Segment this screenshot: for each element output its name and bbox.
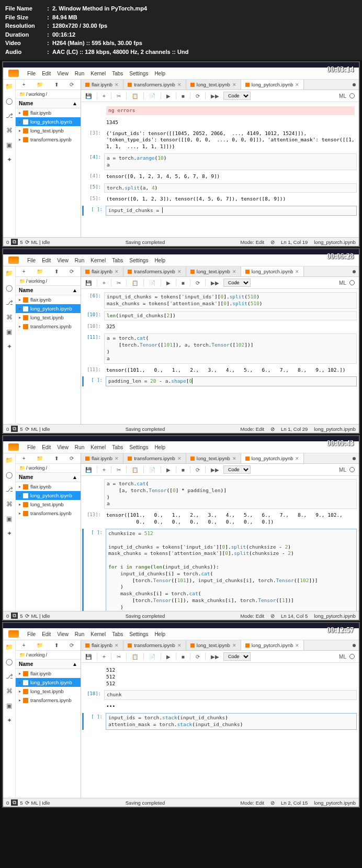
file-item-flair-ipynb[interactable]: ▸ flair.ipynb	[16, 482, 81, 491]
menu-file[interactable]: File	[27, 444, 36, 450]
cell[interactable]: [4]: a = torch.arange(10) a	[82, 153, 357, 170]
file-item-long_text-ipynb[interactable]: ▸ long_text.ipynb	[16, 500, 81, 509]
folder-icon[interactable]: 📁	[6, 83, 13, 90]
nb-tool-7[interactable]: ⟳	[196, 654, 200, 660]
cells-area[interactable]: ng errors 1345 [3]: {'input_ids': tensor…	[81, 102, 359, 241]
menu-file[interactable]: File	[27, 71, 36, 76]
cell[interactable]: [ ]: padding_len = 20 - a.shape[0	[82, 376, 357, 386]
cell[interactable]: [5]: torch.split(a, 4)	[82, 183, 357, 193]
menu-tabs[interactable]: Tabs	[112, 258, 123, 263]
git-icon[interactable]: ⎇	[6, 299, 13, 306]
nb-tool-5[interactable]: ▶	[166, 654, 171, 660]
nb-tool-4[interactable]: 📄	[149, 467, 155, 473]
menu-edit[interactable]: Edit	[42, 444, 51, 450]
file-toolbar-btn-2[interactable]: ⬆	[54, 269, 59, 274]
nb-tool-1[interactable]: +	[103, 654, 106, 660]
file-item-flair-ipynb[interactable]: ▸ flair.ipynb	[16, 295, 81, 304]
cell-body[interactable]: padding_len = 20 - a.shape[0	[106, 376, 357, 386]
folder-icon[interactable]: 📁	[6, 270, 13, 277]
running-icon[interactable]: ◯	[6, 471, 13, 478]
file-item-transformers-ipynb[interactable]: ▸ transformers.ipynb	[16, 135, 81, 144]
file-toolbar-btn-3[interactable]: ⟳	[70, 269, 74, 274]
nb-tool-2[interactable]: ✂	[117, 467, 121, 473]
cell-type-select[interactable]: Code	[223, 279, 251, 287]
tabs-icon[interactable]: ▣	[6, 141, 13, 149]
nb-tool-6[interactable]: ■	[182, 654, 185, 660]
terminal-icon[interactable]: ⧉	[11, 239, 18, 245]
nb-tool-7[interactable]: ⟳	[196, 467, 200, 473]
nb-tool-2[interactable]: ✂	[117, 93, 121, 99]
close-icon[interactable]: ✕	[232, 82, 236, 87]
close-icon[interactable]: ✕	[177, 82, 182, 87]
file-toolbar-btn-1[interactable]: 📁	[37, 82, 43, 87]
nb-tool-6[interactable]: ■	[182, 280, 185, 286]
cell[interactable]: [6]: input_id_chunks = tokens['input_ids…	[82, 292, 357, 309]
file-toolbar-btn-0[interactable]: +	[22, 455, 26, 461]
close-icon[interactable]: ✕	[115, 456, 119, 461]
file-item-flair-ipynb[interactable]: ▸ flair.ipynb	[16, 108, 81, 117]
nb-tool-4[interactable]: 📄	[149, 93, 155, 99]
tab-transformers-ipynb[interactable]: transformers.ipynb ✕	[123, 640, 186, 650]
close-icon[interactable]: ✕	[115, 643, 119, 648]
file-item-long_pytorch-ipynb[interactable]: ▸ long_pytorch.ipynb	[16, 491, 81, 500]
file-toolbar-btn-0[interactable]: +	[22, 82, 26, 87]
menu-view[interactable]: View	[57, 444, 69, 450]
file-name-header[interactable]: Name▲	[16, 660, 81, 669]
sb-sync-icon[interactable]: ⟳	[25, 800, 29, 806]
menu-edit[interactable]: Edit	[42, 258, 51, 263]
folder-icon[interactable]: 📁	[6, 457, 13, 464]
breadcrumb[interactable]: 📁/working/	[16, 90, 81, 99]
tab-long_text-ipynb[interactable]: long_text.ipynb ✕	[186, 80, 241, 90]
menu-run[interactable]: Run	[75, 631, 84, 637]
commands-icon[interactable]: ⌘	[6, 314, 13, 321]
git-icon[interactable]: ⎇	[6, 112, 13, 119]
cell-type-select[interactable]: Code	[223, 465, 251, 474]
nb-tool-0[interactable]: 💾	[85, 467, 92, 473]
cells-area[interactable]: 512 512 512 [18]: chunk •••	[81, 663, 359, 802]
terminal-icon[interactable]: ⧉	[11, 799, 18, 806]
menu-edit[interactable]: Edit	[42, 71, 51, 76]
cell[interactable]: [10]: len(input_id_chunks[2])	[82, 311, 357, 321]
file-name-header[interactable]: Name▲	[16, 99, 81, 108]
menu-run[interactable]: Run	[75, 71, 84, 76]
nb-tool-0[interactable]: 💾	[85, 280, 92, 286]
menu-help[interactable]: Help	[154, 444, 165, 450]
tab-flair-ipynb[interactable]: flair.ipynb ✕	[81, 453, 123, 463]
close-icon[interactable]: ✕	[115, 269, 119, 274]
file-toolbar-btn-3[interactable]: ⟳	[70, 642, 74, 648]
file-toolbar-btn-2[interactable]: ⬆	[54, 642, 59, 648]
git-icon[interactable]: ⎇	[6, 673, 13, 680]
nb-tool-5[interactable]: ▶	[166, 280, 171, 286]
file-toolbar-btn-0[interactable]: +	[22, 269, 26, 274]
running-icon[interactable]: ◯	[6, 658, 13, 665]
close-icon[interactable]: ✕	[232, 643, 236, 648]
menu-edit[interactable]: Edit	[42, 631, 51, 637]
close-icon[interactable]: ✕	[177, 643, 182, 648]
nb-tool-5[interactable]: ▶	[166, 467, 171, 473]
menu-help[interactable]: Help	[154, 71, 165, 76]
nb-tool-4[interactable]: 📄	[149, 280, 155, 286]
breadcrumb[interactable]: 📁/working/	[16, 464, 81, 473]
file-item-long_pytorch-ipynb[interactable]: ▸ long_pytorch.ipynb	[16, 117, 81, 126]
file-item-long_text-ipynb[interactable]: ▸ long_text.ipynb	[16, 313, 81, 322]
menu-settings[interactable]: Settings	[129, 444, 148, 450]
cells-area[interactable]: a = torch.cat( [a, torch.Tensor([0] * pa…	[81, 476, 359, 615]
file-toolbar-btn-1[interactable]: 📁	[37, 642, 43, 648]
menu-view[interactable]: View	[57, 631, 69, 637]
sb-sync-icon[interactable]: ⟳	[25, 426, 29, 432]
file-item-long_text-ipynb[interactable]: ▸ long_text.ipynb	[16, 687, 81, 696]
menu-tabs[interactable]: Tabs	[112, 631, 123, 637]
cell-type-select[interactable]: Code	[223, 652, 251, 661]
file-item-flair-ipynb[interactable]: ▸ flair.ipynb	[16, 669, 81, 678]
cell-body[interactable]: input_ids = torch.stack(input_id_chunks)…	[106, 713, 357, 730]
menu-kernel[interactable]: Kernel	[90, 258, 106, 263]
cells-area[interactable]: [6]: input_id_chunks = tokens['input_ids…	[81, 289, 359, 428]
nb-tool-2[interactable]: ✂	[117, 654, 121, 660]
tab-long_text-ipynb[interactable]: long_text.ipynb ✕	[186, 266, 241, 276]
kernel-label[interactable]: ML	[339, 93, 346, 99]
running-icon[interactable]: ◯	[6, 284, 13, 292]
tab-long_text-ipynb[interactable]: long_text.ipynb ✕	[186, 640, 241, 650]
menu-tabs[interactable]: Tabs	[112, 71, 123, 76]
terminal-icon[interactable]: ⧉	[11, 426, 18, 432]
file-toolbar-btn-2[interactable]: ⬆	[54, 82, 59, 87]
